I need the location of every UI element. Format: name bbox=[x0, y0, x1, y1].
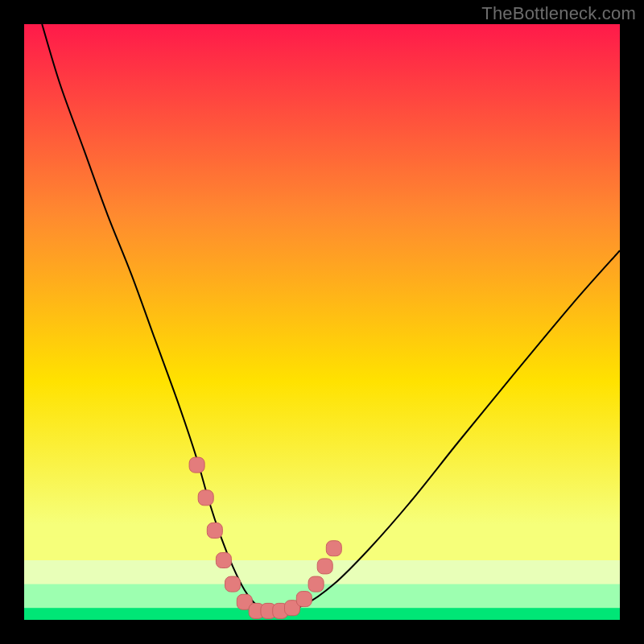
curve-marker bbox=[308, 576, 324, 592]
watermark-text: TheBottleneck.com bbox=[481, 3, 636, 24]
curve-marker bbox=[326, 541, 341, 556]
curve-marker bbox=[198, 490, 213, 506]
bottleneck-chart bbox=[24, 24, 620, 620]
gradient-band bbox=[24, 608, 620, 620]
curve-marker bbox=[296, 592, 312, 607]
curve-marker bbox=[207, 523, 222, 539]
curve-marker bbox=[216, 553, 231, 568]
plot-background bbox=[24, 24, 620, 620]
curve-marker bbox=[225, 576, 241, 592]
chart-stage: TheBottleneck.com bbox=[0, 0, 644, 644]
curve-marker bbox=[189, 457, 204, 473]
curve-marker bbox=[317, 559, 332, 574]
